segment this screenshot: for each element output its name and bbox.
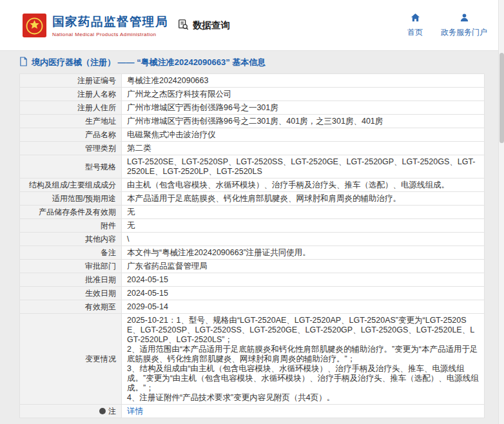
info-table-body: 注册证编号 粤械注准20242090663 注册人名称 广州龙之杰医疗科技有限公… [20, 74, 485, 418]
row-label: 注册证编号 [20, 74, 122, 88]
table-row: 变更情况 2025-10-21：1、型号、规格由“LGT-2520AE、LGT-… [20, 314, 485, 405]
table-row: 注册人住所 广州市增城区宁西街创强路96号之一301房 [20, 101, 485, 115]
table-row: 生效日期 2024-05-15 [20, 287, 485, 300]
row-value: 2024-05-15 [122, 287, 485, 300]
row-value: 广州龙之杰医疗科技有限公司 [122, 88, 485, 101]
table-row: 有效期至 2029-05-14 [20, 300, 485, 314]
note-icon [99, 408, 106, 414]
row-label: 产品储存条件及有效期 [20, 206, 122, 219]
row-value: 广东省药品监督管理局 [122, 260, 485, 273]
data-query-label: 数据查询 [193, 19, 230, 32]
detail-link[interactable]: 详情 [127, 407, 143, 416]
row-value: 2025-10-21：1、型号、规格由“LGT-2520AE、LGT-2520A… [122, 314, 485, 405]
row-label: 审批部门 [20, 260, 122, 273]
table-row: 审批部门 广东省药品监督管理局 [20, 260, 485, 273]
row-value: 粤械注准20242090663 [122, 74, 485, 88]
row-value: 本产品适用于足底筋膜炎、钙化性肩部肌腱炎、网球肘和肩周炎的辅助治疗。 [122, 192, 485, 206]
row-label: 备注 [20, 246, 122, 260]
page-title: 境内医疗器械（注册） —— “粤械注准20242090663” 基本信息 [19, 57, 485, 68]
registration-info-table: 注册证编号 粤械注准20242090663 注册人名称 广州龙之杰医疗科技有限公… [19, 73, 485, 418]
row-value: 由主机（包含电容模块、水循环模块）、治疗手柄及治疗头、推车（选配）、电源线组成。 [122, 178, 485, 192]
row-value: 广州市增城区宁西街创强路96号之一301房 [122, 101, 485, 115]
table-row: 备注 本文件与“粤械注准20242090663”注册证共同使用。 [20, 246, 485, 260]
table-row: 产品储存条件及有效期 无 [20, 206, 485, 219]
data-query-icon [177, 19, 189, 32]
row-value: 本文件与“粤械注准20242090663”注册证共同使用。 [122, 246, 485, 260]
nav-home-label: 首页 [407, 27, 423, 38]
row-label: 生产地址 [20, 115, 122, 128]
page-body: 境内医疗器械（注册） —— “粤械注准20242090663” 基本信息 注册证… [0, 51, 504, 418]
table-row: 型号规格 LGT-2520SE、LGT-2520SP、LGT-2520SS、LG… [20, 155, 485, 178]
table-row: 产品名称 电磁聚焦式冲击波治疗仪 [20, 128, 485, 142]
row-label: 产品名称 [20, 128, 122, 142]
row-value: 无 [122, 219, 485, 233]
table-row: 适用范围/预期用途 本产品适用于足底筋膜炎、钙化性肩部肌腱炎、网球肘和肩周炎的辅… [20, 192, 485, 206]
scrollbar-thumb[interactable] [499, 53, 504, 143]
nav-portal-label: 政务服务门户 [441, 27, 487, 38]
row-value: 电磁聚焦式冲击波治疗仪 [122, 128, 485, 142]
table-row: 注册人名称 广州龙之杰医疗科技有限公司 [20, 88, 485, 101]
person-icon [460, 13, 469, 24]
row-label: 其他内容 [20, 233, 122, 246]
national-emblem-logo [23, 14, 46, 37]
row-label: 注 [20, 405, 122, 418]
row-value: 详情 [122, 405, 485, 418]
row-label: 生效日期 [20, 287, 122, 300]
table-row: 生产地址 广州市增城区宁西街创强路96号之二301房、401房，之三301房、4… [20, 115, 485, 128]
row-label: 变更情况 [20, 314, 122, 405]
row-label: 批准日期 [20, 273, 122, 287]
agency-brand[interactable]: 国家药品监督管理局 National Medical Products Admi… [23, 14, 168, 37]
page-title-text: 境内医疗器械（注册） —— “粤械注准20242090663” 基本信息 [32, 57, 266, 68]
document-icon [19, 57, 28, 68]
top-nav: 首页 政务服务门户 [407, 13, 487, 38]
scrollbar[interactable] [498, 0, 504, 424]
row-value: 2024-05-15 [122, 273, 485, 287]
row-label: 适用范围/预期用途 [20, 192, 122, 206]
agency-name-en: National Medical Products Administration [52, 32, 168, 37]
table-row: 结构及组成/主要组成成分 由主机（包含电容模块、水循环模块）、治疗手柄及治疗头、… [20, 178, 485, 192]
row-value: 2029-05-14 [122, 300, 485, 314]
table-row: 注册证编号 粤械注准20242090663 [20, 74, 485, 88]
row-value: 广州市增城区宁西街创强路96号之二301房、401房，之三301房、401房 [122, 115, 485, 128]
row-label: 管理类别 [20, 142, 122, 155]
row-value: 无 [122, 206, 485, 219]
nav-home[interactable]: 首页 [407, 13, 423, 38]
table-row: 批准日期 2024-05-15 [20, 273, 485, 287]
row-label: 型号规格 [20, 155, 122, 178]
home-icon [411, 13, 420, 24]
table-row: 附件 无 [20, 219, 485, 233]
table-row: 其他内容 \ [20, 233, 485, 246]
data-query-link[interactable]: 数据查询 [177, 19, 230, 32]
table-row: 管理类别 第二类 [20, 142, 485, 155]
row-value: LGT-2520SE、LGT-2520SP、LGT-2520SS、LGT-252… [122, 155, 485, 178]
row-value: 第二类 [122, 142, 485, 155]
agency-brand-text: 国家药品监督管理局 National Medical Products Admi… [52, 14, 168, 37]
agency-name: 国家药品监督管理局 [52, 14, 168, 30]
row-label: 结构及组成/主要组成成分 [20, 178, 122, 192]
row-value: \ [122, 233, 485, 246]
row-label: 注册人名称 [20, 88, 122, 101]
row-label: 附件 [20, 219, 122, 233]
nav-portal[interactable]: 政务服务门户 [441, 13, 487, 38]
site-header: 国家药品监督管理局 National Medical Products Admi… [0, 0, 504, 51]
row-label: 有效期至 [20, 300, 122, 314]
row-label: 注册人住所 [20, 101, 122, 115]
table-row: 注 详情 [20, 405, 485, 418]
